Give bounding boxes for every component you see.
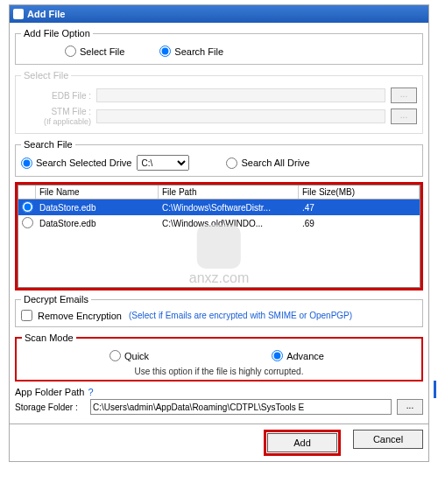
row-size: .47: [299, 201, 420, 214]
results-table: File Name File Path File Size(MB) DataSt…: [18, 185, 420, 288]
remove-encryption-input[interactable]: [21, 310, 32, 321]
stm-label: STM File : (If applicable): [21, 107, 91, 126]
table-body: DataStore.edb C:\Windows\SoftwareDistr..…: [18, 200, 420, 287]
search-all-radio[interactable]: Search All Drive: [226, 158, 309, 169]
row-name: DataStore.edb: [36, 201, 159, 214]
add-file-option-row: Select File Search File: [21, 42, 417, 60]
search-file-radio[interactable]: Search File: [159, 46, 223, 57]
edb-input: [96, 88, 385, 102]
titlebar: Add File: [10, 5, 428, 23]
search-selected-radio[interactable]: Search Selected Drive: [21, 158, 131, 169]
search-selected-label: Search Selected Drive: [36, 158, 131, 168]
select-file-legend: Select File: [21, 70, 71, 80]
scan-mode-hint: Use this option if the file is highly co…: [22, 367, 416, 376]
col-radio-header: [18, 186, 36, 199]
select-file-label: Select File: [80, 46, 124, 57]
add-file-option-legend: Add File Option: [21, 28, 93, 38]
stm-row: STM File : (If applicable) ...: [21, 107, 417, 126]
search-file-legend: Search File: [21, 139, 75, 150]
content: Add File Option Select File Search File …: [10, 23, 428, 424]
search-file-group: Search File Search Selected Drive C:\ Se…: [15, 139, 423, 177]
col-path-header[interactable]: File Path: [159, 186, 299, 199]
search-row: Search Selected Drive C:\ Search All Dri…: [21, 153, 417, 172]
storage-browse-button[interactable]: ...: [397, 399, 423, 415]
scan-mode-legend: Scan Mode: [22, 332, 76, 343]
quick-radio-input[interactable]: [110, 350, 121, 361]
decrypt-row: Remove Encryption (Select if Emails are …: [21, 308, 417, 323]
search-file-radio-input[interactable]: [159, 46, 171, 57]
stm-browse-button: ...: [391, 108, 417, 124]
decrypt-legend: Decrypt Emails: [21, 294, 91, 304]
search-selected-radio-input[interactable]: [21, 158, 32, 169]
advance-label: Advance: [286, 351, 324, 361]
quick-label: Quick: [124, 351, 149, 361]
window-title: Add File: [27, 9, 65, 19]
watermark-icon: [197, 225, 241, 269]
help-icon[interactable]: ?: [88, 387, 94, 397]
storage-row: Storage Folder : ...: [15, 399, 423, 415]
row-path: C:\Windows\SoftwareDistr...: [159, 201, 299, 214]
app-folder-row: App Folder Path ?: [15, 387, 423, 397]
app-icon: [13, 9, 24, 19]
drive-select[interactable]: C:\: [137, 155, 189, 171]
results-table-wrap: File Name File Path File Size(MB) DataSt…: [15, 182, 423, 290]
scan-mode-row: Quick Advance: [22, 346, 416, 365]
row-name: DataStore.edb: [36, 217, 159, 230]
select-file-radio-input[interactable]: [65, 46, 76, 57]
edb-row: EDB File : ...: [21, 88, 417, 103]
edb-browse-button: ...: [391, 88, 417, 103]
footer: Add Cancel: [10, 424, 428, 461]
add-button-highlight: Add: [264, 430, 341, 456]
decrypt-group: Decrypt Emails Remove Encryption (Select…: [15, 294, 423, 327]
edb-label: EDB File :: [21, 91, 91, 101]
advance-radio-input[interactable]: [272, 350, 283, 361]
cancel-button[interactable]: Cancel: [353, 430, 423, 449]
stm-input: [96, 109, 385, 123]
row-radio[interactable]: [22, 217, 33, 228]
add-file-option-group: Add File Option Select File Search File: [15, 28, 423, 65]
row-path: C:\Windows.old\WINDO...: [159, 217, 299, 230]
search-file-label: Search File: [174, 46, 223, 57]
add-file-window: Add File Add File Option Select File Sea…: [9, 4, 429, 462]
table-header: File Name File Path File Size(MB): [18, 186, 420, 200]
storage-input[interactable]: [90, 399, 392, 415]
watermark: anxz.com: [189, 225, 249, 286]
table-row[interactable]: DataStore.edb C:\Windows.old\WINDO... .6…: [18, 215, 420, 231]
search-all-label: Search All Drive: [241, 158, 309, 168]
row-size: .69: [299, 217, 420, 230]
select-file-radio[interactable]: Select File: [65, 46, 124, 57]
col-name-header[interactable]: File Name: [36, 186, 159, 199]
table-row[interactable]: DataStore.edb C:\Windows\SoftwareDistr..…: [18, 200, 420, 215]
side-accent: [434, 381, 436, 398]
app-folder-label: App Folder Path: [15, 387, 85, 397]
quick-radio[interactable]: Quick: [110, 350, 149, 361]
remove-encryption-label: Remove Encryption: [38, 311, 122, 321]
col-size-header[interactable]: File Size(MB): [299, 186, 420, 199]
add-button[interactable]: Add: [267, 433, 337, 452]
row-radio[interactable]: [22, 201, 33, 213]
remove-encryption-checkbox[interactable]: Remove Encryption: [21, 310, 122, 321]
storage-label: Storage Folder :: [15, 402, 85, 412]
decrypt-hint: (Select if Emails are encrypted with SMI…: [129, 311, 352, 320]
scan-mode-group: Scan Mode Quick Advance Use this option …: [15, 332, 423, 382]
advance-radio[interactable]: Advance: [272, 350, 324, 361]
search-all-radio-input[interactable]: [226, 158, 237, 169]
select-file-group: Select File EDB File : ... STM File : (I…: [15, 70, 423, 134]
